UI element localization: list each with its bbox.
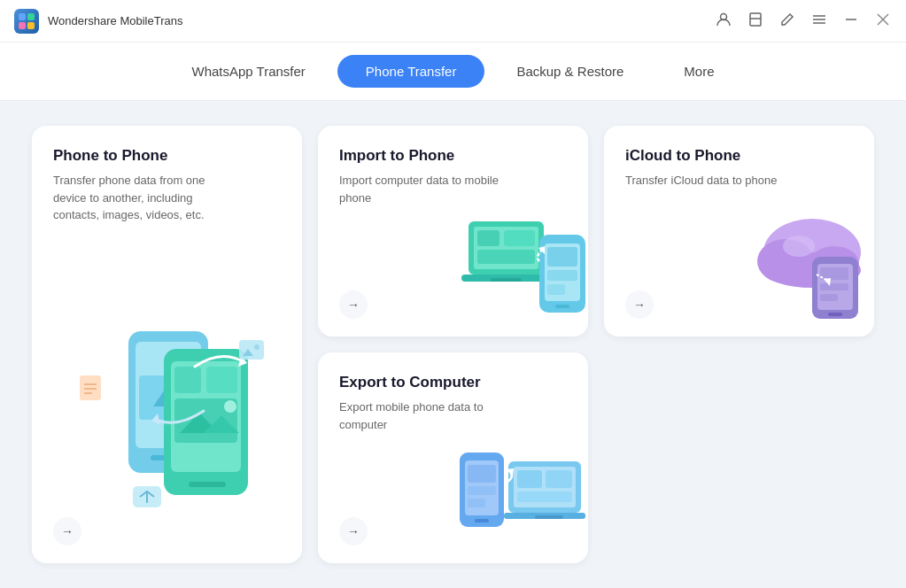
svg-rect-22 <box>206 367 237 393</box>
phone-to-phone-arrow[interactable]: → <box>53 517 81 545</box>
card-phone-to-phone[interactable]: Phone to Phone Transfer phone data from … <box>32 126 302 563</box>
main-content: Phone to Phone Transfer phone data from … <box>0 101 906 588</box>
close-icon[interactable] <box>874 12 892 31</box>
app-logo <box>14 9 39 34</box>
icloud-desc: Transfer iCloud data to phone <box>625 172 802 190</box>
svg-rect-62 <box>820 294 838 301</box>
import-arrow[interactable]: → <box>339 290 368 319</box>
svg-rect-3 <box>27 22 35 29</box>
edit-icon[interactable] <box>778 12 796 31</box>
menu-icon[interactable] <box>810 12 828 31</box>
svg-rect-29 <box>239 340 264 360</box>
tab-backup[interactable]: Backup & Restore <box>488 55 652 88</box>
tab-phone[interactable]: Phone Transfer <box>337 55 485 88</box>
svg-rect-20 <box>189 482 226 487</box>
svg-point-26 <box>224 400 236 413</box>
tab-more[interactable]: More <box>655 55 742 88</box>
export-arrow[interactable]: → <box>339 517 368 545</box>
card-import-to-phone[interactable]: Import to Phone Import computer data to … <box>318 126 588 337</box>
user-icon[interactable] <box>715 12 732 31</box>
tab-whatsapp[interactable]: WhatsApp Transfer <box>163 55 333 88</box>
export-title: Export to Computer <box>339 374 567 391</box>
svg-rect-50 <box>547 284 565 295</box>
svg-rect-21 <box>174 367 201 393</box>
svg-rect-74 <box>517 491 572 502</box>
svg-rect-40 <box>477 230 499 246</box>
svg-rect-61 <box>820 283 848 290</box>
svg-rect-60 <box>820 267 848 280</box>
svg-rect-76 <box>535 515 563 519</box>
window-controls <box>715 12 892 31</box>
bookmark-icon[interactable] <box>747 12 764 31</box>
svg-rect-73 <box>546 470 572 488</box>
svg-rect-67 <box>468 465 496 483</box>
icloud-arrow[interactable]: → <box>625 290 654 319</box>
svg-rect-44 <box>491 278 522 282</box>
svg-rect-5 <box>750 13 761 26</box>
svg-rect-47 <box>555 305 569 308</box>
phone-to-phone-title: Phone to Phone <box>53 147 281 165</box>
export-desc: Export mobile phone data to computer <box>339 398 516 433</box>
svg-rect-42 <box>477 250 535 264</box>
svg-point-31 <box>254 344 259 350</box>
svg-rect-59 <box>828 313 842 316</box>
svg-rect-0 <box>19 13 26 20</box>
import-title: Import to Phone <box>339 147 567 165</box>
svg-rect-2 <box>19 22 26 29</box>
card-icloud-to-phone[interactable]: iCloud to Phone Transfer iCloud data to … <box>604 126 874 337</box>
icloud-title: iCloud to Phone <box>625 147 853 165</box>
svg-rect-1 <box>27 13 35 20</box>
import-desc: Import computer data to mobile phone <box>339 172 516 206</box>
card-export-to-computer[interactable]: Export to Computer Export mobile phone d… <box>318 352 588 563</box>
svg-rect-41 <box>504 230 535 246</box>
svg-point-56 <box>783 236 815 257</box>
svg-rect-49 <box>547 270 577 281</box>
nav-bar: WhatsApp Transfer Phone Transfer Backup … <box>0 43 906 101</box>
minimize-icon[interactable] <box>842 12 860 31</box>
app-title: Wondershare MobileTrans <box>48 14 715 27</box>
svg-rect-69 <box>468 499 485 507</box>
svg-rect-72 <box>517 470 542 488</box>
svg-rect-66 <box>475 519 489 522</box>
title-bar: Wondershare MobileTrans <box>0 0 906 43</box>
phone-to-phone-desc: Transfer phone data from one device to a… <box>53 172 230 224</box>
svg-rect-48 <box>547 247 577 267</box>
svg-rect-68 <box>468 486 496 495</box>
